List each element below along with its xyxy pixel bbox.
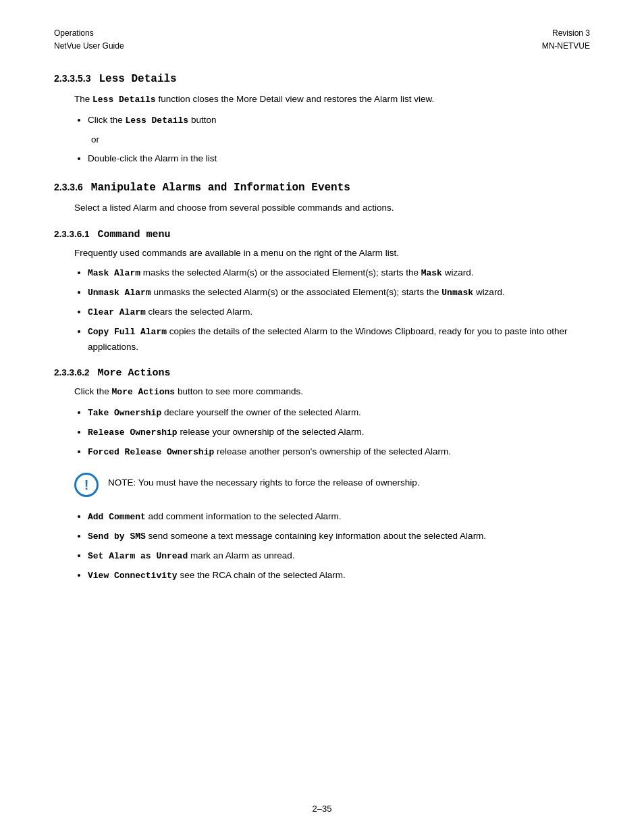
page: Operations NetVue User Guide Revision 3 …: [0, 0, 644, 834]
section-23361-num: 2.3.3.6.1: [54, 229, 90, 239]
section-2335-intro: The Less Details function closes the Mor…: [74, 92, 590, 107]
header-right-line1: Revision 3: [542, 27, 590, 40]
section-2336-num: 2.3.3.6: [54, 182, 83, 192]
bullet-mask-alarm: Mask Alarm masks the selected Alarm(s) o…: [88, 265, 590, 281]
page-header: Operations NetVue User Guide Revision 3 …: [54, 27, 590, 53]
section-2335-num: 2.3.3.5.3: [54, 73, 91, 84]
bullet-unmask-alarm: Unmask Alarm unmasks the selected Alarm(…: [88, 285, 590, 301]
section-23362-bullets-top: Take Ownership declare yourself the owne…: [88, 405, 590, 459]
section-23361-title: Command menu: [98, 229, 171, 240]
section-2336-heading: 2.3.3.6 Manipulate Alarms and Informatio…: [54, 182, 590, 194]
section-2335-heading: 2.3.3.5.3 Less Details: [54, 73, 590, 85]
header-left-line2: NetVue User Guide: [54, 40, 124, 53]
section-23362-title: More Actions: [98, 367, 171, 379]
header-left-line1: Operations: [54, 27, 124, 40]
bullet-set-alarm-unread: Set Alarm as Unread mark an Alarm as unr…: [88, 548, 590, 564]
note-text: NOTE: You must have the necessary rights…: [108, 471, 420, 490]
header-right: Revision 3 MN-NETVUE: [542, 27, 590, 53]
bullet-add-comment: Add Comment add comment information to t…: [88, 509, 590, 525]
bullet-copy-full-alarm: Copy Full Alarm copies the details of th…: [88, 324, 590, 354]
section-2335-bullets-2: Double-click the Alarm in the list: [88, 151, 590, 166]
page-number: 2–35: [313, 804, 332, 814]
section-23362-intro: Click the More Actions button to see mor…: [74, 384, 590, 400]
header-left: Operations NetVue User Guide: [54, 27, 124, 53]
bullet-double-click: Double-click the Alarm in the list: [88, 151, 590, 166]
bullet-view-connectivity: View Connectivity see the RCA chain of t…: [88, 568, 590, 583]
section-23361-intro: Frequently used commands are available i…: [74, 246, 590, 261]
note-box: ! NOTE: You must have the necessary righ…: [74, 471, 590, 497]
section-23361-heading: 2.3.3.6.1 Command menu: [54, 229, 590, 240]
bullet-take-ownership: Take Ownership declare yourself the owne…: [88, 405, 590, 421]
note-icon: !: [74, 473, 99, 497]
header-right-line2: MN-NETVUE: [542, 40, 590, 53]
section-23362-num: 2.3.3.6.2: [54, 367, 90, 377]
or-text: or: [91, 132, 590, 147]
section-23362-heading: 2.3.3.6.2 More Actions: [54, 367, 590, 379]
bullet-forced-release: Forced Release Ownership release another…: [88, 444, 590, 460]
bullet-clear-alarm: Clear Alarm clears the selected Alarm.: [88, 305, 590, 320]
bullet-send-by-sms: Send by SMS send someone a text message …: [88, 529, 590, 544]
section-23361-bullets: Mask Alarm masks the selected Alarm(s) o…: [88, 265, 590, 354]
less-details-bold-1: Less Details: [92, 95, 156, 105]
section-2335-title: Less Details: [99, 73, 177, 85]
bullet-click-less-details: Click the Less Details button: [88, 113, 590, 128]
section-23362-bullets-bottom: Add Comment add comment information to t…: [88, 509, 590, 583]
less-details-bold-2: Less Details: [126, 115, 189, 126]
section-2336-title: Manipulate Alarms and Information Events: [91, 182, 350, 194]
page-footer: 2–35: [0, 804, 644, 814]
section-2335-bullets: Click the Less Details button: [88, 113, 590, 128]
bullet-release-ownership: Release Ownership release your ownership…: [88, 425, 590, 440]
section-2336-intro: Select a listed Alarm and choose from se…: [74, 201, 590, 215]
